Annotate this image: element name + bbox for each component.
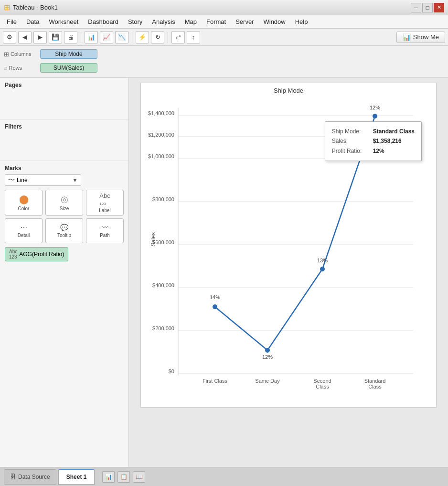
tooltip-profit-row: Profit Ratio: 12% bbox=[332, 146, 415, 156]
menu-file[interactable]: File bbox=[2, 17, 21, 27]
toolbar-print-btn[interactable]: 🖨 bbox=[64, 31, 77, 43]
tooltip-shipmode-val: Standard Class bbox=[373, 127, 415, 136]
rows-pill[interactable]: SUM(Sales) bbox=[40, 63, 97, 73]
datasource-icon: 🗄 bbox=[10, 474, 16, 480]
toolbar-settings-btn[interactable]: ⚙ bbox=[3, 31, 16, 43]
dropdown-arrow-icon: ▼ bbox=[72, 177, 78, 184]
svg-text:$800,000: $800,000 bbox=[152, 196, 174, 202]
label-icon: Abc123 bbox=[99, 192, 110, 206]
svg-text:$1,000,000: $1,000,000 bbox=[148, 153, 174, 159]
toolbar-refresh-btn[interactable]: ↻ bbox=[151, 31, 164, 43]
menu-format[interactable]: Format bbox=[202, 17, 231, 27]
sheet1-label: Sheet 1 bbox=[66, 474, 87, 480]
pages-title: Pages bbox=[5, 82, 124, 88]
chart-area: Ship Mode $0 $200,000 $400,000 $600,000 … bbox=[129, 78, 448, 467]
svg-text:$200,000: $200,000 bbox=[152, 325, 174, 331]
marks-grid: ⬤ Color ◎ Size Abc123 Label ⋯ Detail bbox=[5, 190, 124, 243]
pages-body bbox=[5, 91, 124, 115]
agg-icon: Abc123 bbox=[9, 249, 17, 259]
line-chart-icon: 〜 bbox=[8, 176, 15, 184]
menu-map[interactable]: Map bbox=[180, 17, 202, 27]
toolbar-chart3-btn[interactable]: 📉 bbox=[115, 31, 128, 43]
columns-pill[interactable]: Ship Mode bbox=[40, 49, 97, 59]
menu-server[interactable]: Server bbox=[231, 17, 258, 27]
new-dashboard-btn[interactable]: 📋 bbox=[117, 471, 130, 483]
svg-text:14%: 14% bbox=[210, 294, 220, 300]
detail-mark-btn[interactable]: ⋯ Detail bbox=[5, 218, 43, 243]
new-worksheet-btn[interactable]: 📊 bbox=[102, 471, 115, 483]
toolbar-chart1-btn[interactable]: 📊 bbox=[85, 31, 98, 43]
path-mark-btn[interactable]: 〰 Path bbox=[86, 218, 124, 243]
maximize-button[interactable]: □ bbox=[422, 3, 433, 12]
filters-body bbox=[5, 133, 124, 157]
toolbar-sep2 bbox=[132, 32, 132, 43]
toolbar-chart2-btn[interactable]: 📈 bbox=[100, 31, 113, 43]
size-label: Size bbox=[60, 206, 69, 211]
tooltip-sales-val: $1,358,216 bbox=[373, 136, 402, 146]
toolbar-sort-btn[interactable]: ↕ bbox=[187, 31, 200, 43]
filters-section: Filters bbox=[0, 119, 128, 161]
toolbar-back-btn[interactable]: ◀ bbox=[18, 31, 32, 43]
tooltip-sales-key: Sales: bbox=[332, 136, 370, 146]
label-mark-btn[interactable]: Abc123 Label bbox=[86, 190, 124, 216]
marks-title: Marks bbox=[5, 165, 124, 172]
toolbar-forward-btn[interactable]: ▶ bbox=[33, 31, 47, 43]
toolbar-sep3 bbox=[168, 32, 168, 43]
menu-help[interactable]: Help bbox=[290, 17, 313, 27]
show-me-icon: 📊 bbox=[403, 33, 411, 41]
tooltip-shipmode-row: Ship Mode: Standard Class bbox=[332, 127, 415, 136]
toolbar-filter-btn[interactable]: ⚡ bbox=[136, 31, 149, 43]
tooltip-profit-key: Profit Ratio: bbox=[332, 146, 370, 156]
menu-dashboard[interactable]: Dashboard bbox=[83, 17, 123, 27]
minimize-button[interactable]: ─ bbox=[411, 3, 421, 12]
tooltip-icon: 💬 bbox=[60, 224, 68, 231]
svg-text:$400,000: $400,000 bbox=[152, 282, 174, 288]
pages-section: Pages bbox=[0, 78, 128, 119]
size-icon: ◎ bbox=[61, 194, 68, 205]
window-controls: ─ □ ✕ bbox=[411, 3, 444, 12]
agg-profit-ratio[interactable]: Abc123 AGG(Profit Ratio) bbox=[5, 247, 68, 261]
svg-text:12%: 12% bbox=[370, 105, 380, 110]
menu-analysis[interactable]: Analysis bbox=[147, 17, 180, 27]
title-bar: ⊞ Tableau - Book1 ─ □ ✕ bbox=[0, 0, 448, 15]
tab-icons: 📊 📋 📖 bbox=[102, 471, 145, 483]
datasource-tab[interactable]: 🗄 Data Source bbox=[4, 469, 56, 485]
show-me-label: Show Me bbox=[413, 33, 439, 41]
tooltip-mark-btn[interactable]: 💬 Tooltip bbox=[45, 218, 83, 243]
toolbar: ⚙ ◀ ▶ 💾 🖨 📊 📈 📉 ⚡ ↻ ⇄ ↕ 📊 Show Me bbox=[0, 29, 448, 46]
columns-label: ⊞ Columns bbox=[4, 51, 37, 58]
app-title: Tableau - Book1 bbox=[13, 4, 58, 11]
marks-type-dropdown[interactable]: 〜 Line ▼ bbox=[5, 174, 81, 186]
marks-section: Marks 〜 Line ▼ ⬤ Color ◎ Size bbox=[0, 161, 128, 467]
datapoint-standard-class[interactable] bbox=[373, 114, 377, 119]
svg-text:Class: Class bbox=[316, 384, 329, 389]
menu-data[interactable]: Data bbox=[21, 17, 44, 27]
datapoint-second-class[interactable] bbox=[320, 267, 325, 271]
rows-label: ≡ Rows bbox=[4, 65, 37, 72]
columns-shelf: ⊞ Columns Ship Mode bbox=[4, 48, 444, 60]
new-story-btn[interactable]: 📖 bbox=[133, 471, 145, 483]
tooltip-label: Tooltip bbox=[57, 233, 71, 238]
datapoint-same-day[interactable] bbox=[265, 348, 270, 353]
label-label: Label bbox=[99, 208, 110, 213]
close-button[interactable]: ✕ bbox=[434, 3, 444, 12]
tooltip-sales-row: Sales: $1,358,216 bbox=[332, 136, 415, 146]
columns-icon: ⊞ bbox=[4, 51, 9, 58]
svg-text:13%: 13% bbox=[317, 258, 328, 263]
menu-story[interactable]: Story bbox=[123, 17, 147, 27]
size-mark-btn[interactable]: ◎ Size bbox=[45, 190, 83, 216]
menu-window[interactable]: Window bbox=[258, 17, 290, 27]
datapoint-first-class[interactable] bbox=[213, 304, 217, 309]
svg-text:12%: 12% bbox=[262, 354, 273, 360]
toolbar-save-btn[interactable]: 💾 bbox=[49, 31, 62, 43]
color-label: Color bbox=[18, 206, 30, 211]
menu-worksheet[interactable]: Worksheet bbox=[44, 17, 83, 27]
show-me-button[interactable]: 📊 Show Me bbox=[396, 32, 445, 43]
tooltip-profit-val: 12% bbox=[373, 146, 384, 156]
color-mark-btn[interactable]: ⬤ Color bbox=[5, 190, 43, 216]
toolbar-swap-btn[interactable]: ⇄ bbox=[171, 31, 185, 43]
rows-shelf: ≡ Rows SUM(Sales) bbox=[4, 62, 444, 74]
tooltip-box: Ship Mode: Standard Class Sales: $1,358,… bbox=[325, 121, 422, 161]
svg-text:Class: Class bbox=[368, 384, 382, 389]
sheet1-tab[interactable]: Sheet 1 bbox=[58, 469, 95, 485]
